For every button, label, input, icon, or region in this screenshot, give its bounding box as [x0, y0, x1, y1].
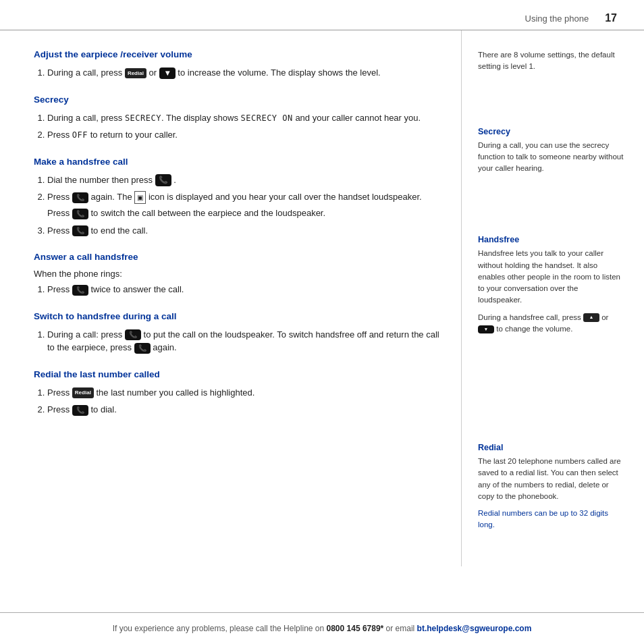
press-label: Press: [47, 404, 72, 414]
list-secrecy: During a call, press SECRECY. The displa…: [34, 111, 441, 142]
press-label: Press: [47, 208, 72, 218]
list-adjust-volume: During a call, press Redial or ▾ to incr…: [34, 66, 441, 80]
end-call-icon: 📞: [72, 225, 88, 236]
phone-icon-7: 📞: [72, 405, 88, 416]
heading-redial: Redial the last number called: [34, 369, 441, 379]
heading-answer-handsfree: Answer a call handsfree: [34, 252, 441, 262]
text: During a call, press: [47, 68, 125, 78]
text: During a call, press SECRECY. The displa…: [47, 113, 421, 123]
arrow-up-icon: ▾: [159, 68, 176, 78]
footer-phone: 0800 145 6789*: [327, 624, 384, 633]
phone-icon-5: 📞: [125, 329, 141, 340]
footer-text1: If you experience any problems, please c…: [113, 624, 327, 633]
press-label: Press: [47, 387, 72, 398]
text: During a call: press: [47, 329, 125, 340]
para-when-rings: When the phone rings:: [34, 269, 441, 279]
redial-icon-2: Redial: [72, 387, 94, 398]
text: the last number you called is highlighte…: [96, 387, 254, 398]
sub-item: Press 📞 to switch the call between the e…: [47, 207, 441, 220]
heading-secrecy: Secrecy: [34, 95, 441, 105]
section-redial: Redial the last number called Press Redi…: [34, 369, 441, 417]
text: to increase the volume. The display show…: [178, 68, 380, 78]
text: or: [149, 68, 159, 78]
info-secrecy-text: During a call, you can use the secrecy f…: [478, 140, 624, 175]
list-item: Press Redial the last number you called …: [47, 386, 441, 400]
redial-icon-3: ▲: [583, 313, 599, 321]
list-handsfree-call: Dial the number then press 📞 . Press 📞 a…: [34, 173, 441, 238]
heading-switch-handsfree: Switch to handsfree during a call: [34, 311, 441, 321]
page-header: Using the phone 17: [0, 0, 644, 30]
list-item: Press 📞 twice to answer the call.: [47, 283, 441, 296]
page-number: 17: [605, 12, 617, 24]
phone-icon-2: 📞: [72, 192, 88, 203]
left-column: Adjust the earpiece /receiver volume Dur…: [0, 30, 462, 566]
section-switch-handsfree: Switch to handsfree during a call During…: [34, 311, 441, 354]
footer-text2: or email: [383, 624, 417, 633]
main-content: Adjust the earpiece /receiver volume Dur…: [0, 30, 644, 566]
info-redial-heading: Redial: [478, 443, 624, 452]
list-item: During a call: press 📞 to put the call o…: [47, 328, 441, 354]
hf-display-icon: ▣: [134, 191, 146, 204]
section-secrecy: Secrecy During a call, press SECRECY. Th…: [34, 95, 441, 142]
text: icon is displayed and you hear your call…: [149, 192, 422, 202]
text: Dial the number then press: [47, 175, 155, 185]
info-handsfree-heading: Handsfree: [478, 235, 624, 244]
heading-adjust-volume: Adjust the earpiece /receiver volume: [34, 49, 441, 59]
volume-note: There are 8 volume settings, the default…: [478, 49, 624, 73]
text: Press OFF to return to your caller.: [47, 130, 178, 140]
text: Press: [47, 192, 72, 202]
text: to end the call.: [90, 225, 148, 236]
press-label: Press: [47, 225, 72, 236]
text: to switch the call between the earpiece …: [90, 208, 325, 218]
press-label: Press: [47, 284, 72, 294]
list-answer-handsfree: Press 📞 twice to answer the call.: [34, 283, 441, 296]
text: to change the volume.: [496, 325, 572, 333]
info-secrecy: Secrecy During a call, you can use the s…: [478, 127, 624, 175]
info-secrecy-heading: Secrecy: [478, 127, 624, 136]
list-item: During a call, press SECRECY. The displa…: [47, 111, 441, 125]
text: or: [601, 313, 608, 321]
text: twice to answer the call.: [90, 284, 184, 294]
down-icon: ▾: [478, 325, 494, 333]
info-redial-text1: The last 20 telephone numbers called are…: [478, 456, 624, 502]
heading-handsfree-call: Make a handsfree call: [34, 157, 441, 167]
list-redial: Press Redial the last number you called …: [34, 386, 441, 417]
info-redial: Redial The last 20 telephone numbers cal…: [478, 443, 624, 531]
info-volume: There are 8 volume settings, the default…: [478, 49, 624, 73]
text: again.: [153, 342, 176, 352]
redial-button-icon: Redial: [125, 68, 146, 79]
list-switch-handsfree: During a call: press 📞 to put the call o…: [34, 328, 441, 354]
page-title: Using the phone: [525, 14, 589, 24]
info-handsfree-text2: During a handsfree call, press ▲ or ▾ to…: [478, 312, 624, 336]
list-item: Press 📞 to end the call.: [47, 224, 441, 238]
section-handsfree-call: Make a handsfree call Dial the number th…: [34, 157, 441, 238]
phone-icon-4: 📞: [72, 285, 88, 296]
footer-email[interactable]: bt.helpdesk@sgweurope.com: [417, 624, 532, 633]
info-handsfree-text1: Handsfree lets you talk to your caller w…: [478, 248, 624, 306]
right-column: There are 8 volume settings, the default…: [462, 30, 644, 566]
page-footer: If you experience any problems, please c…: [0, 612, 644, 644]
section-answer-handsfree: Answer a call handsfree When the phone r…: [34, 252, 441, 296]
list-item: Press 📞 again. The ▣ icon is displayed a…: [47, 190, 441, 220]
info-handsfree: Handsfree Handsfree lets you talk to you…: [478, 235, 624, 335]
text: During a handsfree call, press: [478, 313, 583, 321]
text: .: [173, 175, 176, 185]
info-redial-text2: Redial numbers can be up to 32 digits lo…: [478, 508, 624, 531]
phone-icon-6: 📞: [134, 343, 151, 354]
text: to dial.: [90, 404, 116, 414]
phone-icon: 📞: [155, 174, 171, 186]
text: again. The: [90, 192, 134, 202]
section-adjust-volume: Adjust the earpiece /receiver volume Dur…: [34, 49, 441, 80]
phone-icon-3: 📞: [72, 209, 88, 219]
list-item: Press OFF to return to your caller.: [47, 128, 441, 142]
list-item: Press 📞 to dial.: [47, 403, 441, 417]
list-item: Dial the number then press 📞 .: [47, 173, 441, 187]
list-item: During a call, press Redial or ▾ to incr…: [47, 66, 441, 80]
